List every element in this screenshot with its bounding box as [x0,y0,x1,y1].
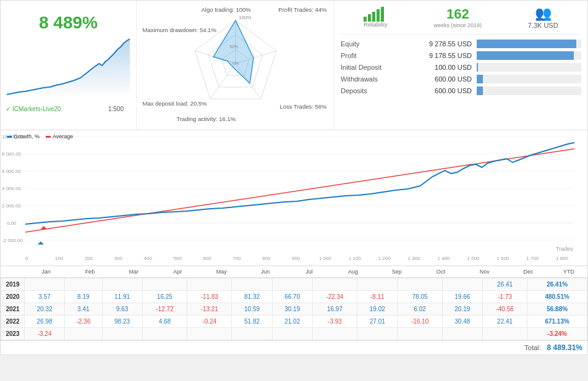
month-cell-data: -8.11 [357,291,398,303]
mini-chart [7,36,130,98]
month-cell-data: 27.01 [357,316,398,328]
month-cell-data: 480.51% [527,291,587,303]
stat-bar [477,86,483,95]
month-cell-data: 81.32 [232,291,272,303]
stat-value: 9 278.55 USD [409,40,477,48]
month-jul: Jul [288,267,331,276]
month-cell-data [102,278,142,291]
main-chart: Growth, % Average 10 000.00 8 000.00 6 0 [1,130,587,266]
svg-text:400: 400 [144,256,153,261]
table-row: 20203.578.1911.9116.25-11.8381.3266.70-2… [1,291,587,303]
month-cell-data: 671.13% [527,316,587,328]
growth-label: Growth, % [14,133,40,140]
year-cell: 2020 [1,291,25,303]
month-cell-data: 3.41 [65,303,102,316]
stat-label: Equity [341,40,409,48]
month-may: May [200,267,244,276]
month-cell-data: 98.23 [102,316,142,328]
month-cell-data: -0.24 [187,316,232,328]
month-feb: Feb [68,267,112,276]
month-cell-data: 78.05 [398,291,442,303]
svg-text:1 600: 1 600 [496,256,509,261]
month-cell-data [357,278,398,291]
month-cell-data: 56.88% [527,303,587,316]
reliability-label: Reliability [364,22,388,28]
svg-marker-48 [38,241,44,245]
stat-bar-container [477,86,581,95]
stat-bar [477,63,478,72]
table-row: 201926.4126.41% [1,278,587,291]
svg-text:Trades: Trades [556,246,573,252]
stat-value: 9 178.55 USD [409,52,477,59]
svg-text:0%: 0% [232,61,239,65]
svg-text:0: 0 [25,256,28,261]
month-cell-data: -22.34 [312,291,357,303]
svg-text:50%: 50% [229,44,238,49]
month-cell-data: -11.83 [187,291,232,303]
table-row: 202226.98-2.3698.234.68-0.2451.8221.02-3… [1,316,587,328]
year-cell: 2019 [1,278,25,291]
month-cell-data: 21.02 [272,316,312,328]
svg-text:500: 500 [173,256,182,261]
month-cell-data [442,278,482,291]
svg-text:1 700: 1 700 [526,256,539,261]
stat-bar-container [477,51,581,60]
month-aug: Aug [331,267,375,276]
month-cell-data [312,278,357,291]
stat-value: 100.00 USD [409,64,477,71]
month-oct: Oct [419,267,462,276]
month-cell-data: 10.59 [232,303,272,316]
svg-text:1 400: 1 400 [438,256,451,261]
year-cell: 2022 [1,316,25,328]
legend-average[interactable]: Average [46,133,73,140]
svg-text:1 800: 1 800 [556,256,569,261]
stat-row: Initial Deposit 100.00 USD [341,63,581,72]
people-icon: 👥 [528,6,558,22]
svg-text:800: 800 [262,256,271,261]
stat-value: 600.00 USD [409,87,477,94]
month-cell-data [25,278,65,291]
month-cell-data [272,278,312,291]
svg-marker-8 [213,20,254,83]
leverage-label: 1:500 [108,106,124,112]
month-cell-data [102,328,142,340]
svg-text:-2 000.00: -2 000.00 [2,238,23,243]
stat-row: Profit 9 178.55 USD [341,51,581,60]
svg-text:200: 200 [85,256,93,261]
svg-text:1 100: 1 100 [349,256,362,261]
month-cell-data [232,328,272,340]
month-cell-data: 66.70 [272,291,312,303]
month-cell-data: 26.41 [482,278,527,291]
month-cell-data: -40.56 [482,303,527,316]
svg-text:700: 700 [232,256,241,261]
table-row: 202120.323.419.63-12.72-13.2110.5930.191… [1,303,587,316]
table-row: 2023-3.24-3.24% [1,328,587,340]
year-cell: 2021 [1,303,25,316]
legend-growth[interactable]: Growth, % [7,133,40,140]
svg-text:1 000: 1 000 [319,256,332,261]
svg-text:600: 600 [203,256,211,261]
svg-text:0.00: 0.00 [7,220,17,226]
stat-label: Withdrawals [341,75,409,83]
month-cell-data [482,328,527,340]
month-cell-data: -1.73 [482,291,527,303]
month-apr: Apr [156,267,200,276]
month-cell-data: 9.63 [102,303,142,316]
month-cell-data: -16.10 [398,316,442,328]
stat-bar-container [477,63,581,72]
month-cell-data [187,278,232,291]
month-dec: Dec [506,267,550,276]
month-mar: Mar [112,267,156,276]
month-cell-data: 20.19 [442,303,482,316]
stat-row: Deposits 600.00 USD [341,86,581,95]
month-ytd: YTD [550,267,587,276]
month-cell-data: 4.68 [142,316,187,328]
month-cell-data: 6.02 [398,303,442,316]
month-cell-data: 30.19 [272,303,312,316]
month-cell-data: 11.91 [102,291,142,303]
stat-bar-container [477,75,581,83]
growth-percentage: 8 489% [7,13,130,33]
month-cell-data: 3.57 [25,291,65,303]
month-sep: Sep [375,267,419,276]
svg-text:100: 100 [55,256,64,261]
